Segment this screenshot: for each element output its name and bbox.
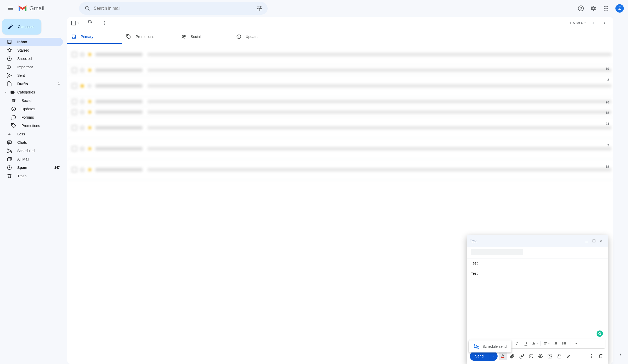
svg-rect-1: [19, 7, 20, 11]
apps-button[interactable]: [601, 3, 611, 14]
align-button[interactable]: [543, 340, 550, 347]
info-tab-icon: [236, 34, 241, 39]
next-page-button[interactable]: [600, 18, 609, 28]
send-split-button: Send: [470, 351, 498, 361]
row-date: 18: [606, 165, 609, 169]
sidebar-item-promotions[interactable]: Promotions: [0, 122, 63, 130]
svg-point-5: [604, 6, 605, 7]
pencil-icon: [7, 24, 14, 30]
schedule-send-option[interactable]: Schedule send: [469, 340, 511, 352]
tab-social[interactable]: Social: [177, 29, 232, 44]
fullscreen-button[interactable]: [590, 237, 598, 245]
text-color-button[interactable]: [531, 340, 538, 347]
settings-button[interactable]: [588, 3, 599, 14]
logo[interactable]: Gmail: [17, 5, 79, 12]
sidebar-item-drafts[interactable]: Drafts 1: [0, 80, 63, 88]
link-button[interactable]: [517, 352, 526, 360]
category-tabs: Primary Promotions Social Updates: [67, 29, 613, 44]
attach-button[interactable]: [508, 352, 516, 360]
search-button[interactable]: [81, 2, 94, 15]
image-button[interactable]: [546, 352, 554, 360]
to-field[interactable]: [467, 247, 608, 258]
italic-button[interactable]: [513, 340, 521, 347]
support-button[interactable]: [576, 3, 586, 14]
align-icon: [543, 341, 548, 346]
signature-button[interactable]: [565, 352, 573, 360]
numbered-list-button[interactable]: [552, 340, 559, 347]
message-row[interactable]: [67, 75, 613, 96]
sidebar-item-snoozed[interactable]: Snoozed: [0, 54, 63, 63]
message-body[interactable]: Test: [467, 268, 608, 339]
search-bar[interactable]: [79, 2, 268, 15]
compose-button[interactable]: Compose: [2, 19, 41, 35]
sidebar-item-trash[interactable]: Trash: [0, 172, 63, 180]
tab-updates[interactable]: Updates: [232, 29, 287, 44]
sidebar-item-updates[interactable]: Updates: [0, 105, 63, 113]
message-row[interactable]: [67, 117, 613, 138]
recipient-chip[interactable]: [471, 249, 523, 255]
schedule-send-icon: [473, 344, 479, 349]
more-formatting-button[interactable]: [572, 340, 580, 347]
tab-primary[interactable]: Primary: [67, 29, 122, 44]
select-all[interactable]: [71, 21, 80, 25]
drive-button[interactable]: [536, 352, 545, 360]
sidebar-item-spam[interactable]: Spam 247: [0, 163, 63, 172]
message-row[interactable]: [67, 159, 613, 180]
svg-rect-2: [25, 7, 26, 11]
nav-label: Categories: [17, 90, 60, 94]
sidebar-item-inbox[interactable]: Inbox: [0, 38, 63, 46]
svg-marker-31: [80, 52, 85, 56]
search-input[interactable]: [94, 6, 253, 11]
account-avatar[interactable]: Z: [615, 4, 624, 13]
subject-field[interactable]: Test: [467, 258, 608, 268]
message-row[interactable]: [67, 96, 613, 107]
sidebar-item-important[interactable]: Important: [0, 63, 63, 71]
close-icon: [599, 239, 603, 243]
sidebar-item-social[interactable]: Social: [0, 96, 63, 105]
underline-button[interactable]: [522, 340, 530, 347]
tab-promotions[interactable]: Promotions: [122, 29, 177, 44]
send-button[interactable]: Send: [470, 351, 489, 361]
formatting-toggle-button[interactable]: [499, 352, 507, 360]
search-options-button[interactable]: [253, 2, 266, 15]
message-row[interactable]: [67, 107, 613, 117]
sidebar-item-forums[interactable]: Forums: [0, 113, 63, 122]
minimize-button[interactable]: [583, 237, 590, 245]
gear-icon: [590, 5, 597, 12]
compose-header[interactable]: Test: [467, 235, 608, 247]
row-date: 2: [607, 144, 609, 147]
emoji-button[interactable]: [527, 352, 535, 360]
sidebar-item-starred[interactable]: Starred: [0, 46, 63, 54]
sidebar-item-sent[interactable]: Sent: [0, 71, 63, 80]
hide-side-panel-button[interactable]: [615, 349, 626, 360]
chevron-left-icon: [590, 20, 596, 26]
confidential-button[interactable]: [555, 352, 564, 360]
sidebar-item-scheduled[interactable]: Scheduled: [0, 147, 63, 155]
message-row[interactable]: [67, 44, 613, 65]
svg-marker-36: [80, 125, 85, 130]
sidebar-item-chats[interactable]: Chats: [0, 138, 63, 147]
message-row[interactable]: [67, 65, 613, 75]
main-menu-button[interactable]: [4, 2, 17, 15]
chat-icon: [7, 140, 12, 145]
draft-icon: [7, 81, 12, 86]
more-button[interactable]: [100, 18, 109, 28]
svg-rect-45: [501, 357, 504, 358]
expand-icon: [592, 239, 596, 243]
close-button[interactable]: [598, 237, 605, 245]
sidebar-item-allmail[interactable]: All Mail: [0, 155, 63, 163]
more-options-button[interactable]: [587, 352, 596, 360]
prev-page-button[interactable]: [588, 18, 598, 28]
send-options-button[interactable]: [489, 351, 498, 361]
svg-marker-33: [80, 84, 85, 88]
svg-marker-14: [7, 48, 12, 52]
grammarly-icon[interactable]: G: [597, 330, 603, 337]
numbered-list-icon: [553, 341, 558, 346]
message-row[interactable]: [67, 138, 613, 159]
sidebar-item-less[interactable]: Less: [0, 130, 63, 138]
refresh-button[interactable]: [85, 18, 95, 28]
sidebar-item-categories[interactable]: Categories: [0, 88, 63, 96]
bullet-list-button[interactable]: [561, 340, 568, 347]
discard-button[interactable]: [597, 352, 605, 360]
search-wrap: [79, 2, 268, 15]
